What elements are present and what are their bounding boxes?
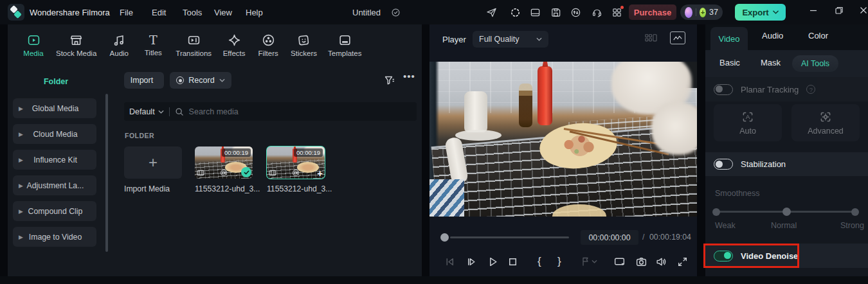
sort-dropdown[interactable]: Default — [129, 107, 164, 116]
proxy-icon — [220, 169, 228, 177]
music-notes-icon — [113, 33, 126, 47]
title-bar: Wondershare Filmora File Edit Tools View… — [0, 0, 868, 24]
slider-label-strong: Strong — [840, 221, 864, 230]
clip-check-badge — [241, 167, 251, 177]
record-dropdown-button[interactable]: Record — [170, 72, 231, 89]
folder-item-global-media[interactable]: ▶ Global Media — [13, 98, 96, 118]
folder-item-compound-clip[interactable]: ▶ Compound Clip — [13, 201, 96, 221]
tab-titles[interactable]: T Titles — [139, 30, 167, 61]
subtab-ai-tools[interactable]: AI Tools — [792, 55, 838, 72]
subtab-basic[interactable]: Basic — [719, 58, 740, 67]
tab-effects[interactable]: Effects — [220, 30, 248, 61]
export-button[interactable]: Export — [735, 4, 786, 21]
advanced-gear-icon — [818, 110, 833, 124]
tab-video[interactable]: Video — [710, 27, 748, 50]
planar-tracking-toggle — [714, 84, 733, 95]
folder-item-image-to-video[interactable]: ▶ Image to Video — [13, 227, 96, 247]
folder-section-header: FOLDER — [125, 132, 154, 139]
avatar[interactable] — [685, 7, 692, 18]
properties-subtab-row: Basic Mask AI Tools — [705, 50, 868, 77]
add-to-timeline-icon[interactable]: + — [317, 168, 323, 179]
menu-view[interactable]: View — [214, 8, 232, 17]
folder-item-cloud-media[interactable]: ▶ Cloud Media — [13, 124, 96, 144]
current-timecode[interactable]: 00:00:00:00 — [581, 230, 638, 245]
proxy-icon — [292, 169, 300, 177]
layout-panel-icon[interactable] — [530, 7, 541, 18]
smoothness-slider — [715, 211, 856, 213]
tab-stock-media[interactable]: Stock Media — [53, 30, 99, 61]
marker-chevron-icon — [592, 260, 597, 263]
slider-handle — [782, 208, 791, 216]
close-button[interactable] — [859, 6, 868, 15]
support-headset-icon[interactable] — [592, 7, 602, 18]
tab-transitions[interactable]: Transitions — [173, 30, 214, 61]
tab-color[interactable]: Color — [808, 31, 828, 40]
export-label: Export — [742, 8, 768, 17]
sauce-bottle-red — [538, 66, 552, 125]
tab-media[interactable]: Media — [19, 30, 48, 61]
stabilization-row: Stabilization — [705, 152, 868, 176]
menu-help[interactable]: Help — [246, 8, 263, 17]
sidebar-scrollbar[interactable] — [105, 94, 108, 252]
video-scope-icon[interactable] — [670, 31, 685, 44]
effects-star-icon — [228, 33, 241, 47]
playhead-handle[interactable] — [440, 233, 449, 242]
filmora-logo-icon — [8, 4, 24, 21]
clip-name: 11553212-uhd_3... — [195, 184, 260, 193]
subtab-mask[interactable]: Mask — [761, 58, 781, 67]
play-button[interactable] — [487, 256, 499, 268]
account-pill[interactable]: + 37 — [680, 4, 723, 20]
mark-out-button[interactable]: } — [557, 256, 561, 267]
quality-dropdown[interactable]: Full Quality — [473, 31, 548, 48]
stop-button[interactable] — [507, 256, 519, 268]
export-chevron-icon — [773, 10, 779, 14]
seek-bar[interactable] — [450, 236, 569, 238]
cloud-sync-icon[interactable] — [570, 7, 581, 18]
tab-stickers[interactable]: Stickers — [288, 30, 320, 61]
advanced-tracking-button: Advanced — [791, 104, 860, 141]
filmora-app-window: Wondershare Filmora File Edit Tools View… — [0, 0, 868, 284]
white-plate — [455, 130, 502, 141]
import-media-tile[interactable]: + — [124, 146, 182, 179]
more-options-icon[interactable]: ••• — [403, 71, 415, 82]
media-clip-thumbnail[interactable]: 00:00:19 — [195, 146, 253, 179]
bottom-strip — [0, 276, 868, 284]
apps-grid-icon[interactable] — [611, 7, 622, 18]
menu-file[interactable]: File — [120, 8, 133, 17]
tab-audio[interactable]: Audio — [105, 30, 133, 61]
sync-spinner-icon — [510, 7, 521, 18]
tab-audio[interactable]: Audio — [762, 31, 783, 40]
purchase-button[interactable]: Purchase — [629, 4, 676, 20]
annotation-highlight-box — [703, 244, 799, 268]
import-dropdown-button[interactable]: Import — [124, 72, 164, 89]
tab-templates[interactable]: Templates — [325, 30, 364, 61]
filter-sort-icon[interactable] — [383, 74, 396, 87]
display-device-button[interactable] — [613, 256, 626, 268]
volume-button[interactable] — [655, 256, 667, 268]
next-frame-button[interactable] — [466, 256, 478, 268]
minimize-button[interactable] — [809, 6, 818, 15]
share-icon[interactable] — [486, 7, 497, 18]
titles-icon: T — [149, 33, 158, 46]
coin-icon: + — [700, 8, 707, 17]
player-module: Player Full Quality — [429, 24, 697, 276]
multiview-layout-icon[interactable] — [644, 33, 658, 44]
search-input[interactable] — [189, 107, 411, 116]
snapshot-camera-button[interactable] — [635, 256, 647, 268]
stabilization-toggle[interactable] — [714, 159, 733, 170]
video-preview[interactable] — [429, 62, 697, 217]
save-icon[interactable] — [550, 7, 561, 18]
restore-button[interactable] — [835, 6, 844, 15]
cook-hand — [651, 102, 697, 155]
menu-edit[interactable]: Edit — [152, 8, 166, 17]
filters-icon — [262, 33, 275, 47]
folder-item-adjustment-layer[interactable]: ▶ Adjustment La... — [13, 175, 96, 195]
media-clip-thumbnail-selected[interactable]: 00:00:19 + — [267, 146, 325, 179]
folder-item-influence-kit[interactable]: ▶ Influence Kit — [13, 150, 96, 170]
timecode-separator: / — [642, 233, 644, 242]
tab-filters[interactable]: Filters — [254, 30, 282, 61]
duration-badge: 00:00:19 — [294, 148, 323, 157]
menu-tools[interactable]: Tools — [183, 8, 202, 17]
fullscreen-button[interactable] — [676, 256, 689, 268]
mark-in-button[interactable]: { — [538, 256, 541, 267]
